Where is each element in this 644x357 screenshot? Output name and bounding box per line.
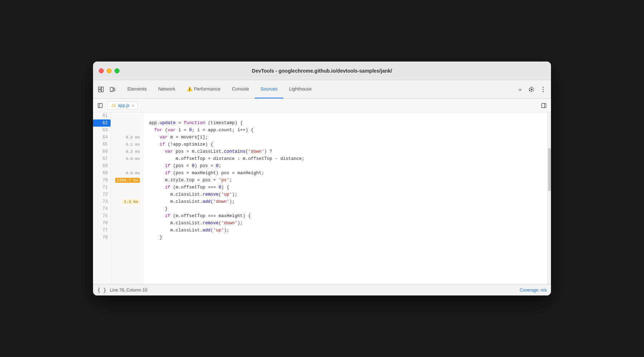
perf-76	[111, 220, 143, 227]
sidebar-toggle[interactable]	[96, 101, 104, 110]
code-line-74: }	[149, 205, 547, 212]
tab-sources[interactable]: Sources	[255, 80, 283, 98]
maximize-button[interactable]	[114, 68, 119, 73]
svg-rect-4	[113, 88, 115, 91]
perf-71	[111, 184, 143, 191]
perf-78	[111, 234, 143, 241]
perf-badge-warm: 1.3 ms	[122, 199, 140, 204]
sources-header: JS app.js ×	[93, 99, 551, 112]
code-line-78: }	[149, 234, 547, 241]
perf-69: 0.0 ms	[111, 170, 143, 177]
more-menu-icon[interactable]	[538, 84, 548, 94]
tab-elements[interactable]: Elements	[122, 80, 152, 98]
code-line-73: m.classList.add('down');	[149, 198, 547, 205]
perf-64: 0.0 ms	[111, 134, 143, 141]
window-title: DevTools - googlechrome.github.io/devtoo…	[252, 68, 392, 74]
format-icon[interactable]: { }	[97, 287, 106, 293]
line-number-73: 73	[93, 198, 111, 205]
line-number-61: 61	[93, 112, 111, 119]
more-tabs-button[interactable]: »	[515, 84, 525, 94]
close-button[interactable]	[99, 68, 104, 73]
code-area: 61 62 63 64 65 66 67 68 69 70 71 72 73 7…	[93, 112, 551, 284]
source-file-tab[interactable]: JS app.js ×	[107, 101, 138, 110]
inspector-icon[interactable]	[96, 84, 106, 94]
perf-63	[111, 127, 143, 134]
svg-point-6	[543, 87, 544, 88]
perf-68	[111, 162, 143, 170]
perf-column: 0.0 ms 0.1 ms 0.3 ms 0.0 ms 0.0 ms 1208.…	[111, 112, 143, 284]
tab-lighthouse[interactable]: Lighthouse	[283, 80, 318, 98]
code-line-71: if (m.offsetTop === 0) {	[149, 184, 547, 191]
perf-70: 1208.7 ms	[111, 177, 143, 184]
panel-toggle[interactable]	[540, 101, 548, 110]
line-number-72: 72	[93, 191, 111, 198]
tab-console[interactable]: Console	[226, 80, 255, 98]
tab-performance[interactable]: ⚠️ Performance	[181, 80, 226, 98]
scrollbar-thumb[interactable]	[548, 148, 551, 191]
svg-rect-2	[102, 87, 103, 92]
svg-rect-1	[98, 90, 101, 92]
line-numbers-gutter: 61 62 63 64 65 66 67 68 69 70 71 72 73 7…	[93, 112, 111, 284]
line-number-70: 70	[93, 177, 111, 184]
perf-75	[111, 212, 143, 220]
line-number-68: 68	[93, 162, 111, 170]
settings-icon[interactable]	[527, 84, 537, 94]
perf-62	[111, 119, 143, 127]
line-number-71: 71	[93, 184, 111, 191]
code-line-68: if (pos < 0) pos = 0;	[149, 162, 547, 170]
coverage-status: Coverage: n/a	[520, 288, 547, 293]
line-number-64: 64	[93, 134, 111, 141]
line-number-74: 74	[93, 205, 111, 212]
toolbar-right: »	[515, 84, 548, 94]
code-line-67: m.offsetTop + distance : m.offsetTop - d…	[149, 155, 547, 162]
minimize-button[interactable]	[107, 68, 112, 73]
source-filename: app.js	[118, 103, 130, 108]
svg-point-5	[111, 91, 112, 91]
status-bar: { } Line 78, Column 10 Coverage: n/a	[93, 284, 551, 295]
warning-icon: ⚠️	[187, 86, 192, 92]
code-line-69: if (pos > maxHeight) pos = maxHeight;	[149, 170, 547, 177]
line-number-69: 69	[93, 170, 111, 177]
line-number-65: 65	[93, 141, 111, 148]
perf-67: 0.0 ms	[111, 155, 143, 162]
line-number-66: 66	[93, 148, 111, 155]
svg-rect-11	[542, 103, 546, 108]
status-left: { } Line 78, Column 10	[97, 287, 147, 293]
devtools-window: DevTools - googlechrome.github.io/devtoo…	[93, 62, 551, 295]
perf-65: 0.1 ms	[111, 141, 143, 148]
code-line-65: if (!app.optimize) {	[149, 141, 547, 148]
device-toolbar-icon[interactable]	[107, 84, 117, 94]
tab-network[interactable]: Network	[152, 80, 181, 98]
code-content[interactable]: app.update = function (timestamp) { for …	[143, 112, 547, 284]
code-line-76: m.classList.remove('down');	[149, 220, 547, 227]
svg-rect-9	[98, 103, 102, 108]
code-line-62: app.update = function (timestamp) {	[149, 119, 547, 127]
svg-point-8	[543, 91, 544, 92]
perf-74	[111, 205, 143, 212]
line-number-67: 67	[93, 155, 111, 162]
title-bar: DevTools - googlechrome.github.io/devtoo…	[93, 62, 551, 80]
perf-61	[111, 112, 143, 119]
perf-77	[111, 227, 143, 234]
code-line-72: m.classList.remove('up');	[149, 191, 547, 198]
scrollbar-track[interactable]	[547, 112, 551, 284]
close-source-tab[interactable]: ×	[132, 103, 134, 108]
cursor-position: Line 78, Column 10	[110, 288, 147, 293]
line-number-76: 76	[93, 220, 111, 227]
perf-73: 1.3 ms	[111, 198, 143, 205]
toolbar-icons	[96, 84, 117, 94]
devtools-toolbar: Elements Network ⚠️ Performance Console …	[93, 80, 551, 99]
traffic-lights	[99, 68, 119, 73]
code-line-63: for (var i = 0; i < app.count; i++) {	[149, 127, 547, 134]
tab-list: Elements Network ⚠️ Performance Console …	[122, 80, 515, 98]
perf-badge-hot: 1208.7 ms	[115, 178, 140, 183]
code-line-75: if (m.offsetTop === maxHeight) {	[149, 212, 547, 220]
svg-point-7	[543, 89, 544, 90]
perf-72	[111, 191, 143, 198]
code-line-70: m.style.top = pos + 'px';	[149, 177, 547, 184]
line-number-75: 75	[93, 212, 111, 220]
line-number-77: 77	[93, 227, 111, 234]
perf-66: 0.3 ms	[111, 148, 143, 155]
code-line-64: var m = movers[i];	[149, 134, 547, 141]
line-number-63: 63	[93, 127, 111, 134]
